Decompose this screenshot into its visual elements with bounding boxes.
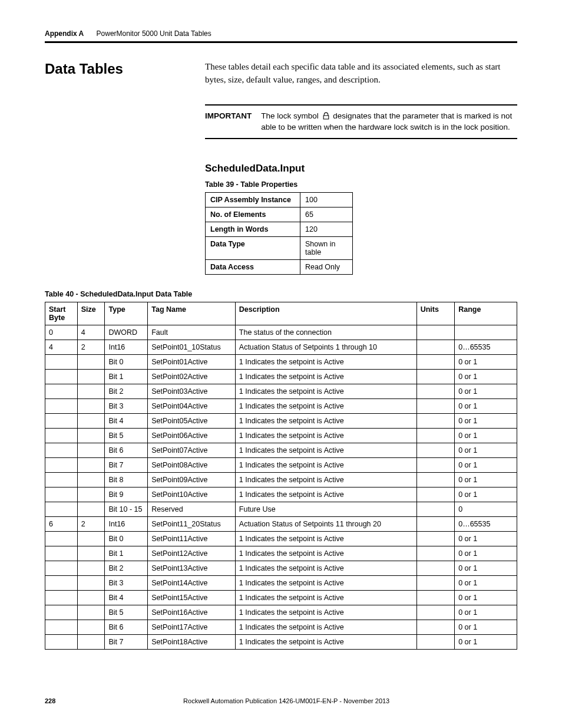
- cell-description: Actuation Status of Setpoints 1 through …: [235, 340, 416, 354]
- prop-value: 100: [300, 192, 353, 207]
- cell-type: Bit 6: [105, 620, 148, 634]
- cell-start-byte: 4: [45, 340, 78, 354]
- cell-size: [77, 354, 105, 369]
- cell-type: Bit 3: [105, 398, 148, 413]
- table-row: Bit 5SetPoint06Active1 Indicates the set…: [45, 428, 517, 443]
- cell-units: [416, 590, 455, 605]
- cell-range: 0 or 1: [455, 457, 517, 472]
- table-row: Bit 0SetPoint11Active1 Indicates the set…: [45, 531, 517, 546]
- cell-start-byte: [45, 457, 78, 472]
- cell-description: 1 Indicates the setpoint is Active: [235, 546, 416, 561]
- cell-type: Bit 0: [105, 354, 148, 369]
- cell-units: [416, 620, 455, 634]
- cell-range: 0 or 1: [455, 487, 517, 502]
- cell-range: 0 or 1: [455, 369, 517, 384]
- cell-type: Bit 10 - 15: [105, 502, 148, 516]
- cell-tag-name: SetPoint15Active: [148, 590, 236, 605]
- important-callout: IMPORTANT The lock symbol designates tha…: [205, 104, 517, 139]
- cell-size: [77, 590, 105, 605]
- cell-units: [416, 487, 455, 502]
- cell-units: [416, 398, 455, 413]
- important-label: IMPORTANT: [205, 110, 252, 133]
- cell-tag-name: SetPoint10Active: [148, 487, 236, 502]
- cell-range: 0…65535: [455, 340, 517, 354]
- cell-range: 0 or 1: [455, 634, 517, 649]
- cell-start-byte: [45, 531, 78, 546]
- cell-range: 0 or 1: [455, 620, 517, 634]
- cell-start-byte: [45, 443, 78, 457]
- cell-tag-name: SetPoint07Active: [148, 443, 236, 457]
- prop-value: 120: [300, 222, 353, 236]
- cell-description: 1 Indicates the setpoint is Active: [235, 531, 416, 546]
- table-row: No. of Elements65: [206, 207, 353, 222]
- cell-description: 1 Indicates the setpoint is Active: [235, 620, 416, 634]
- cell-start-byte: [45, 546, 78, 561]
- cell-start-byte: [45, 398, 78, 413]
- page-header: Appendix A PowerMonitor 5000 Unit Data T…: [45, 29, 517, 38]
- cell-description: 1 Indicates the setpoint is Active: [235, 398, 416, 413]
- table-row: Bit 1SetPoint12Active1 Indicates the set…: [45, 546, 517, 561]
- cell-tag-name: SetPoint17Active: [148, 620, 236, 634]
- cell-tag-name: SetPoint08Active: [148, 457, 236, 472]
- cell-type: DWORD: [105, 325, 148, 340]
- col-start-byte: Start Byte: [45, 302, 78, 325]
- cell-description: 1 Indicates the setpoint is Active: [235, 413, 416, 428]
- prop-key: CIP Assembly Instance: [206, 192, 300, 207]
- cell-description: 1 Indicates the setpoint is Active: [235, 457, 416, 472]
- data-table: Start Byte Size Type Tag Name Descriptio…: [45, 302, 517, 650]
- cell-tag-name: SetPoint09Active: [148, 472, 236, 487]
- cell-size: [77, 398, 105, 413]
- cell-size: [77, 413, 105, 428]
- cell-type: Bit 6: [105, 443, 148, 457]
- cell-size: [77, 472, 105, 487]
- cell-description: 1 Indicates the setpoint is Active: [235, 487, 416, 502]
- cell-units: [416, 472, 455, 487]
- properties-table: CIP Assembly Instance100No. of Elements6…: [205, 192, 353, 275]
- cell-start-byte: [45, 354, 78, 369]
- cell-tag-name: SetPoint06Active: [148, 428, 236, 443]
- cell-description: 1 Indicates the setpoint is Active: [235, 384, 416, 398]
- cell-description: 1 Indicates the setpoint is Active: [235, 561, 416, 575]
- header-rule: [45, 41, 517, 43]
- col-type: Type: [105, 302, 148, 325]
- cell-size: [77, 443, 105, 457]
- table-row: Bit 3SetPoint14Active1 Indicates the set…: [45, 575, 517, 590]
- important-pre: The lock symbol: [261, 111, 320, 120]
- cell-size: [77, 620, 105, 634]
- table40-caption: Table 40 - ScheduledData.Input Data Tabl…: [45, 290, 517, 298]
- header-title: PowerMonitor 5000 Unit Data Tables: [97, 29, 211, 38]
- table-row: Bit 3SetPoint04Active1 Indicates the set…: [45, 398, 517, 413]
- cell-tag-name: Reserved: [148, 502, 236, 516]
- cell-units: [416, 502, 455, 516]
- cell-start-byte: [45, 590, 78, 605]
- prop-value: 65: [300, 207, 353, 222]
- cell-units: [416, 340, 455, 354]
- section-heading: Data Tables: [45, 61, 181, 87]
- cell-type: Bit 0: [105, 531, 148, 546]
- cell-units: [416, 384, 455, 398]
- cell-size: [77, 546, 105, 561]
- col-range: Range: [455, 302, 517, 325]
- subheading: ScheduledData.Input: [205, 163, 517, 174]
- cell-tag-name: SetPoint11Active: [148, 531, 236, 546]
- cell-range: 0…65535: [455, 516, 517, 531]
- cell-start-byte: [45, 605, 78, 620]
- table-row: 42Int16SetPoint01_10StatusActuation Stat…: [45, 340, 517, 354]
- cell-start-byte: [45, 620, 78, 634]
- cell-type: Bit 5: [105, 428, 148, 443]
- table-row: Bit 2SetPoint03Active1 Indicates the set…: [45, 384, 517, 398]
- cell-description: 1 Indicates the setpoint is Active: [235, 605, 416, 620]
- prop-key: Length in Words: [206, 222, 300, 236]
- table-row: Bit 6SetPoint07Active1 Indicates the set…: [45, 443, 517, 457]
- cell-size: [77, 605, 105, 620]
- cell-size: [77, 561, 105, 575]
- cell-description: Actuation Status of Setpoints 11 through…: [235, 516, 416, 531]
- cell-size: [77, 369, 105, 384]
- cell-range: [455, 325, 517, 340]
- lock-icon: [321, 111, 331, 120]
- cell-units: [416, 605, 455, 620]
- page-number: 228: [45, 697, 55, 704]
- cell-tag-name: SetPoint13Active: [148, 561, 236, 575]
- table-row: Length in Words120: [206, 222, 353, 236]
- prop-value: Shown in table: [300, 236, 353, 259]
